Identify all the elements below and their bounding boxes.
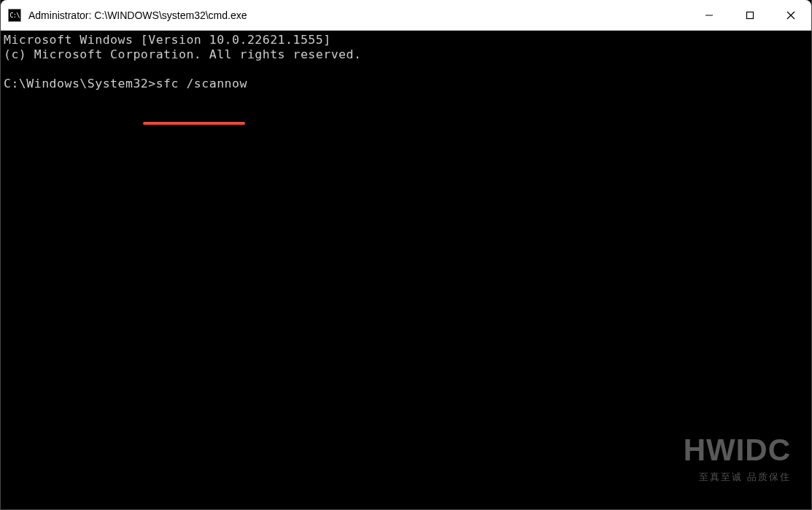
- output-line-version: Microsoft Windows [Version 10.0.22621.15…: [4, 33, 808, 47]
- prompt-path: C:\Windows\System32>: [4, 77, 156, 90]
- maximize-button[interactable]: [730, 0, 770, 30]
- window-title: Administrator: C:\WINDOWS\system32\cmd.e…: [28, 9, 689, 21]
- minimize-button[interactable]: [689, 0, 730, 30]
- output-line-copyright: (c) Microsoft Corporation. All rights re…: [4, 47, 808, 62]
- window-controls: [689, 0, 811, 30]
- red-underline-annotation: [143, 122, 245, 125]
- close-button[interactable]: [770, 0, 811, 30]
- maximize-icon: [746, 11, 754, 20]
- watermark-logo: HWIDC: [684, 433, 791, 468]
- cmd-icon: C:\: [8, 9, 21, 22]
- svg-rect-1: [747, 12, 754, 18]
- command-input[interactable]: sfc /scannow: [156, 77, 247, 90]
- watermark-tagline: 至真至诚 品质保住: [684, 471, 791, 484]
- watermark: HWIDC 至真至诚 品质保住: [684, 433, 791, 484]
- minimize-icon: [705, 11, 714, 20]
- cmd-window: C:\ Administrator: C:\WINDOWS\system32\c…: [0, 0, 812, 510]
- close-icon: [786, 11, 795, 20]
- titlebar[interactable]: C:\ Administrator: C:\WINDOWS\system32\c…: [1, 0, 811, 31]
- terminal-output[interactable]: Microsoft Windows [Version 10.0.22621.15…: [1, 31, 811, 509]
- prompt-line: C:\Windows\System32>sfc /scannow: [4, 77, 808, 91]
